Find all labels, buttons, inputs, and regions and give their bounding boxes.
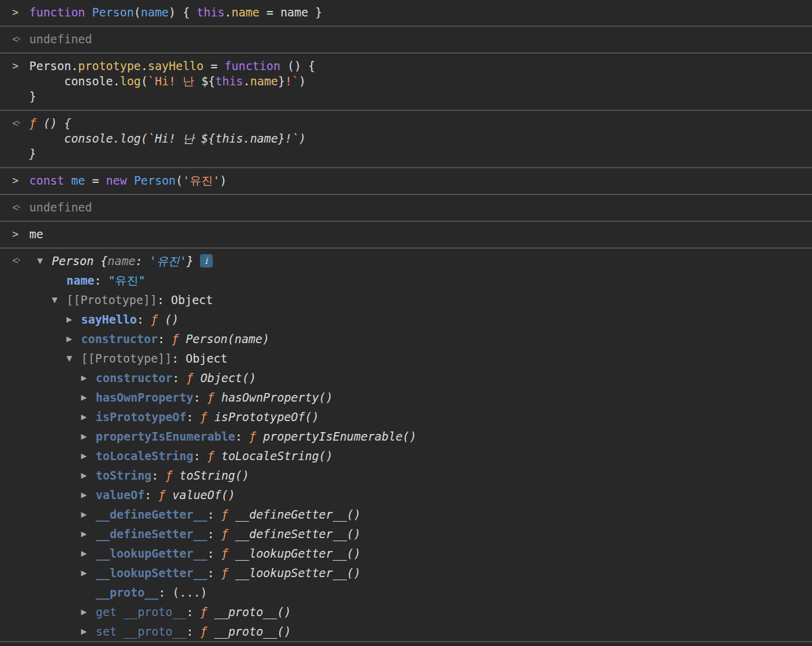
code-token: sayHello xyxy=(148,59,204,73)
console-entry-input: >me xyxy=(0,222,812,249)
twisty-collapsed-icon[interactable]: ▶ xyxy=(81,468,96,483)
twisty-collapsed-icon[interactable]: ▶ xyxy=(81,449,96,464)
code-token: : xyxy=(193,390,207,405)
code-token: ƒ xyxy=(201,605,215,620)
tree-row[interactable]: ▶valueOf: ƒ valueOf() xyxy=(29,485,802,505)
code-token: } xyxy=(278,74,285,88)
twisty-expanded-icon[interactable]: ▼ xyxy=(52,293,66,308)
code-token: () { xyxy=(43,116,71,130)
code-token: : xyxy=(207,546,221,561)
code-token: = xyxy=(85,174,106,187)
code-token: ƒ xyxy=(221,546,235,561)
code-token: ) xyxy=(299,74,305,88)
tree-row[interactable]: ▶sayHello: ƒ () xyxy=(29,310,802,329)
tree-row[interactable]: ▶propertyIsEnumerable: ƒ propertyIsEnume… xyxy=(29,427,802,446)
code-token: ${ xyxy=(201,74,215,88)
code-token: () { xyxy=(280,59,315,73)
twisty-expanded-icon[interactable]: ▼ xyxy=(37,254,52,269)
code-token: Object xyxy=(186,351,228,366)
twisty-collapsed-icon[interactable]: ▶ xyxy=(81,390,96,405)
code-token: undefined xyxy=(29,201,92,214)
twisty-collapsed-icon[interactable]: ▶ xyxy=(81,429,96,444)
output-chevron-icon: <· xyxy=(12,200,20,215)
tree-row[interactable]: ▼Person {name: '유진'}i xyxy=(29,251,802,271)
code-token: new xyxy=(106,174,134,187)
property-name: toString xyxy=(96,468,152,483)
code-token: . xyxy=(224,5,231,19)
twisty-collapsed-icon[interactable]: ▶ xyxy=(81,605,96,620)
tree-row[interactable]: ▶constructor: ƒ Object() xyxy=(29,368,802,388)
twisty-collapsed-icon[interactable]: ▶ xyxy=(81,624,96,639)
code-token: } xyxy=(29,90,36,103)
twisty-collapsed-icon[interactable]: ▶ xyxy=(81,546,96,561)
tree-row[interactable]: ▶__lookupGetter__: ƒ __lookupGetter__() xyxy=(29,544,802,563)
console-entry-input: >function Person(name) { this.name = nam… xyxy=(0,0,812,27)
console-input-line: console.log(`Hi! 난 ${this.name}!`) xyxy=(29,74,802,89)
code-token: { xyxy=(94,254,108,269)
code-token: name xyxy=(108,254,136,269)
twisty-collapsed-icon[interactable]: ▶ xyxy=(66,312,81,327)
twisty-collapsed-icon[interactable]: ▶ xyxy=(81,507,96,522)
tree-row[interactable]: ▶toLocaleString: ƒ toLocaleString() xyxy=(29,446,802,466)
twisty-collapsed-icon[interactable]: ▶ xyxy=(81,410,96,425)
tree-row[interactable]: ▶__lookupSetter__: ƒ __lookupSetter__() xyxy=(29,563,802,583)
code-token: ƒ xyxy=(221,527,235,542)
console-input-line: } xyxy=(29,89,802,104)
tree-row[interactable]: ▶get __proto__: ƒ __proto__() xyxy=(29,602,802,622)
tree-row[interactable]: ▼[[Prototype]]: Object xyxy=(29,349,802,368)
console-result-line: undefined xyxy=(29,200,802,215)
code-token: ƒ xyxy=(172,332,186,347)
code-token: . xyxy=(243,74,250,88)
code-token: this xyxy=(215,74,243,88)
code-token: undefined xyxy=(29,32,92,46)
twisty-collapsed-icon[interactable]: ▶ xyxy=(81,488,96,503)
console-entry-result: <·ƒ () { console.log(`Hi! 난 ${this.name}… xyxy=(0,111,812,168)
property-name: __lookupSetter__ xyxy=(96,566,207,581)
twisty-collapsed-icon[interactable]: ▶ xyxy=(81,371,96,386)
code-token: console. xyxy=(29,74,120,88)
code-token: __defineSetter__() xyxy=(235,527,361,542)
property-name: __defineSetter__ xyxy=(96,527,207,542)
twisty-collapsed-icon[interactable]: ▶ xyxy=(81,566,96,581)
tree-row[interactable]: ▼[[Prototype]]: Object xyxy=(29,290,802,310)
code-token: Person(name) xyxy=(186,332,269,347)
property-name: sayHello xyxy=(81,312,137,327)
code-token: toLocaleString() xyxy=(221,449,333,464)
code-token: prototype xyxy=(78,59,141,73)
console-input-line: const me = new Person('유진') xyxy=(29,173,802,188)
console-result-line: console.log(`Hi! 난 ${this.name}!`) xyxy=(29,131,802,146)
twisty-expanded-icon[interactable]: ▼ xyxy=(66,351,81,366)
tree-row[interactable]: ▶set __proto__: ƒ __proto__() xyxy=(29,622,802,641)
console-entry-result: <·undefined xyxy=(0,27,812,54)
twisty-collapsed-icon[interactable]: ▶ xyxy=(66,332,81,347)
tree-row[interactable]: ▶isPrototypeOf: ƒ isPrototypeOf() xyxy=(29,407,802,427)
code-token: = name } xyxy=(260,5,322,19)
property-name: constructor xyxy=(96,371,173,386)
property-name: hasOwnProperty xyxy=(96,390,193,405)
info-icon[interactable]: i xyxy=(200,254,213,268)
evaluate-accessor-button[interactable]: (...) xyxy=(173,585,207,600)
tree-row[interactable]: ▶__defineGetter__: ƒ __defineGetter__() xyxy=(29,505,802,524)
code-token: : xyxy=(207,507,221,522)
code-token: ƒ xyxy=(201,410,215,425)
code-token: ƒ xyxy=(207,390,221,405)
tree-row[interactable]: ▶__defineSetter__: ƒ __defineSetter__() xyxy=(29,524,802,544)
output-chevron-icon: <· xyxy=(12,253,20,268)
console-entry-input: >const me = new Person('유진') xyxy=(0,168,812,195)
twisty-collapsed-icon[interactable]: ▶ xyxy=(81,527,96,542)
code-token: : xyxy=(158,585,173,600)
tree-row[interactable]: ▶constructor: ƒ Person(name) xyxy=(29,329,802,349)
tree-row[interactable]: ▶hasOwnProperty: ƒ hasOwnProperty() xyxy=(29,388,802,407)
code-token: '유진' xyxy=(183,174,220,187)
tree-row[interactable]: ▶toString: ƒ toString() xyxy=(29,466,802,485)
console-entry-tree: <·▼Person {name: '유진'}iname: "유진"▼[[Prot… xyxy=(0,249,812,642)
code-token: ƒ xyxy=(29,116,43,130)
property-name: __proto__ xyxy=(96,585,158,600)
property-name: __lookupGetter__ xyxy=(96,546,207,561)
code-token: hasOwnProperty() xyxy=(221,390,333,405)
code-token: me xyxy=(29,227,43,241)
code-token: valueOf() xyxy=(173,488,235,503)
code-token: : xyxy=(172,351,186,366)
code-token: [[Prototype]] xyxy=(66,293,157,308)
code-token: . xyxy=(141,59,148,73)
